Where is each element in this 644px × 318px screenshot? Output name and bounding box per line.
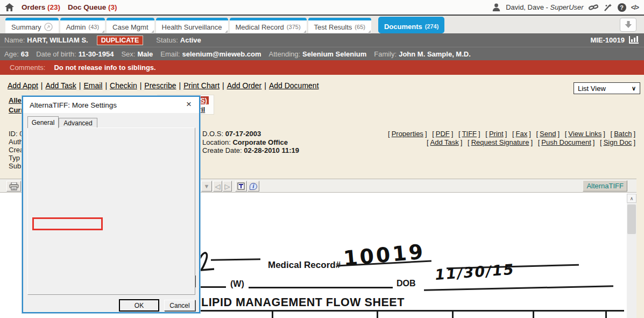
- printer-icon: [9, 182, 19, 190]
- action-email[interactable]: Email: [83, 81, 102, 90]
- tab-medical-record[interactable]: Medical Record (375): [230, 18, 307, 33]
- tab-label: Medical Record: [236, 23, 284, 31]
- tab-case-mgmt[interactable]: Case Mgmt: [107, 18, 154, 33]
- doc-action-sign-doc[interactable]: Sign Doc: [604, 138, 632, 146]
- ok-button[interactable]: OK: [119, 300, 159, 311]
- close-icon[interactable]: ×: [183, 98, 195, 110]
- duplicate-badge[interactable]: DUPLICATE: [97, 36, 144, 45]
- document-actions: [Properties] [PDF] [TIFF] [Print] [Fax] …: [386, 130, 637, 146]
- attending-label: Attending:: [269, 50, 301, 58]
- tab-count: (43): [88, 24, 99, 30]
- cancel-button[interactable]: Cancel: [164, 300, 195, 311]
- tab-health-surveillance[interactable]: Health Surveillance: [156, 18, 228, 33]
- doc-action-push-document[interactable]: Push Document: [541, 138, 591, 146]
- patient-header-row2: Age: 63 Date of birth: 11-30-1954 Sex: M…: [0, 47, 644, 60]
- dialog-tab-advanced[interactable]: Advanced: [59, 118, 97, 128]
- grid-line: [533, 311, 534, 318]
- view-mode-select[interactable]: List View ∨: [574, 82, 640, 94]
- doc-type-partial: Typ: [9, 154, 24, 162]
- doc-action-tiff[interactable]: TIFF: [462, 130, 477, 138]
- patient-name: HART, WILLIAM S.: [27, 36, 88, 44]
- comments-text: Do not release info to siblings.: [54, 63, 155, 72]
- patient-age: 63: [21, 50, 29, 58]
- email-label: Email:: [160, 50, 180, 58]
- tab-count: (65): [355, 24, 365, 30]
- tab-count: (274): [425, 23, 439, 30]
- highlight-rectangle: [32, 217, 103, 230]
- scrollbar-thumb[interactable]: [627, 204, 636, 234]
- nav-orders[interactable]: Orders (23): [22, 3, 60, 11]
- prev-page-button[interactable]: ◁: [213, 181, 222, 192]
- grid-line: [605, 311, 607, 318]
- tab-menu-fold: [225, 30, 228, 33]
- doc-action-fax[interactable]: Fax: [516, 130, 528, 138]
- dob-label: Date of birth:: [36, 50, 76, 58]
- nav-doc-queue[interactable]: Doc Queue (3): [68, 3, 117, 11]
- tab-count: (375): [287, 24, 301, 30]
- home-icon[interactable]: [4, 3, 14, 12]
- tab-test-results[interactable]: Test Results (65): [308, 18, 371, 33]
- separator: |: [79, 81, 81, 90]
- tab-documents[interactable]: Documents (274): [378, 17, 444, 33]
- next-page-button[interactable]: ▷: [223, 181, 232, 192]
- action-add-task[interactable]: Add Task: [45, 81, 76, 90]
- action-print-chart[interactable]: Print Chart: [183, 81, 220, 90]
- zoom-combo-button[interactable]: ▼: [201, 181, 212, 192]
- document-actions-row2: [Add Task] [Request Signature] [Push Doc…: [386, 138, 637, 147]
- doc-action-add-task[interactable]: Add Task: [430, 138, 459, 146]
- dialog-tab-general[interactable]: General: [27, 116, 59, 128]
- action-add-order[interactable]: Add Order: [227, 81, 262, 90]
- grid-line: [193, 310, 624, 312]
- separator: |: [222, 81, 224, 90]
- doc-action-print[interactable]: Print: [489, 130, 504, 138]
- about-button[interactable]: i: [247, 181, 259, 192]
- print-setup-button[interactable]: [235, 181, 247, 192]
- tab-admin[interactable]: Admin (43): [60, 18, 105, 33]
- dos-label: D.O.S:: [202, 130, 223, 138]
- doc-action-pdf[interactable]: PDF: [436, 130, 450, 138]
- dob-field-label: DOB: [397, 279, 416, 288]
- create-date-label: Create Date:: [202, 146, 242, 154]
- alternatiff-plugin-label: AlternaTIFF: [583, 180, 627, 192]
- chart-tab-bar: Summary Admin (43) Case Mgmt Health Surv…: [0, 16, 644, 33]
- doc-action-properties[interactable]: Properties: [392, 130, 423, 138]
- scroll-up-button[interactable]: ∧: [627, 194, 636, 203]
- document-title: LIPID MANAGEMENT FLOW SHEET: [201, 296, 405, 309]
- download-button[interactable]: [620, 18, 636, 32]
- action-add-document[interactable]: Add Document: [269, 81, 319, 90]
- info-balloon-icon: i: [250, 183, 257, 190]
- print-button[interactable]: [6, 181, 21, 192]
- doc-action-send[interactable]: Send: [540, 130, 556, 138]
- tab-summary[interactable]: Summary: [5, 18, 59, 33]
- viewer-scrollbar[interactable]: ∧: [627, 194, 636, 318]
- doc-auth-partial: Auth: [9, 138, 24, 146]
- handwritten-dob: 11/30/15: [434, 261, 515, 284]
- current-meds-link-partial[interactable]: Curr: [9, 106, 23, 114]
- chevron-down-icon: ∨: [632, 85, 636, 92]
- doc-action-batch[interactable]: Batch: [614, 130, 632, 138]
- current-user[interactable]: David, Dave - SuperUser: [506, 3, 584, 11]
- tab-menu-fold: [151, 30, 154, 33]
- patient-family: John M. Sample, M.D.: [399, 50, 471, 58]
- help-icon[interactable]: ?: [618, 3, 626, 12]
- action-prescribe[interactable]: Prescribe: [144, 81, 176, 90]
- patient-attending: Selenium Selenium: [302, 50, 366, 58]
- doc-action-view-links[interactable]: View Links: [568, 130, 601, 138]
- wand-icon[interactable]: [603, 3, 613, 12]
- tab-label: Admin: [66, 23, 86, 31]
- flowsheet-chart-icon[interactable]: [629, 36, 639, 44]
- action-add-appt[interactable]: Add Appt: [8, 81, 38, 90]
- separator: |: [105, 81, 107, 90]
- name-label: Name:: [4, 36, 25, 44]
- action-checkin[interactable]: Checkin: [110, 81, 137, 90]
- orders-count: (23): [47, 3, 60, 11]
- blank-line: [211, 258, 260, 261]
- popout-icon[interactable]: [44, 23, 53, 31]
- code-icon[interactable]: </>: [631, 4, 639, 11]
- doc-action-request-signature[interactable]: Request Signature: [471, 138, 529, 146]
- link-icon[interactable]: [589, 3, 598, 12]
- work-phone-label: (W): [230, 279, 244, 289]
- patient-dob: 11-30-1954: [79, 50, 114, 58]
- grid-line: [377, 311, 378, 318]
- handwritten-mr-number: 10019: [342, 239, 426, 270]
